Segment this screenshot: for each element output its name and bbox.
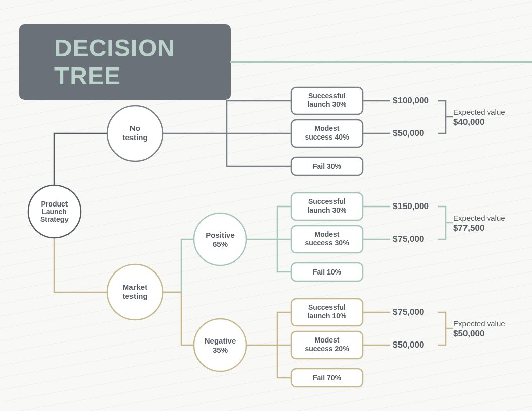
market-label-0: Market bbox=[123, 283, 147, 291]
neg-fl: Fail 70% bbox=[313, 374, 342, 382]
neg-ms-val: $50,000 bbox=[393, 340, 424, 350]
pos-ms-l1: success 30% bbox=[305, 239, 349, 247]
conn-notest-sl bbox=[161, 101, 291, 133]
neg-sl-l1: launch 10% bbox=[307, 312, 347, 320]
bracket-notest-ev bbox=[438, 101, 453, 133]
neg-sl-val: $75,000 bbox=[393, 307, 424, 317]
pos-ev-val: $77,500 bbox=[453, 223, 484, 233]
notest-ms-val: $50,000 bbox=[393, 128, 424, 138]
notest-sl-l0: Successful bbox=[308, 92, 346, 100]
notest-sl-l1: launch 30% bbox=[307, 100, 347, 108]
pos-sl-l1: launch 30% bbox=[307, 206, 347, 214]
negative-label: Negative bbox=[205, 336, 236, 345]
root-label-1: Launch bbox=[42, 208, 67, 216]
pos-ms-val: $75,000 bbox=[393, 234, 424, 244]
positive-pct: 65% bbox=[213, 240, 228, 248]
pos-fl: Fail 10% bbox=[313, 268, 342, 276]
neg-ms-l0: Modest bbox=[315, 336, 340, 344]
notest-label-0: No bbox=[130, 124, 140, 132]
conn-neg-fl bbox=[277, 345, 291, 378]
neg-ev-val: $50,000 bbox=[453, 329, 484, 338]
root-label-2: Strategy bbox=[40, 215, 69, 223]
decision-tree-svg: Product Launch Strategy No testing Marke… bbox=[0, 0, 532, 411]
notest-sl-val: $100,000 bbox=[393, 96, 429, 105]
notest-label-1: testing bbox=[122, 133, 147, 142]
conn-neg-sl bbox=[247, 312, 291, 345]
node-positive bbox=[194, 213, 246, 265]
notest-ms-l1: success 40% bbox=[305, 133, 349, 141]
root-label-0: Product bbox=[41, 200, 68, 208]
pos-sl-l0: Successful bbox=[308, 197, 346, 206]
notest-ms-l0: Modest bbox=[315, 124, 340, 132]
neg-sl-l0: Successful bbox=[308, 303, 346, 311]
conn-pos-sl bbox=[247, 207, 291, 239]
neg-ms-l1: success 20% bbox=[305, 345, 349, 353]
notest-fl: Fail 30% bbox=[313, 162, 342, 170]
pos-ms-l0: Modest bbox=[315, 230, 340, 238]
bracket-neg-ev bbox=[438, 312, 453, 345]
pos-sl-val: $150,000 bbox=[393, 201, 429, 211]
market-label-1: testing bbox=[122, 292, 147, 300]
neg-ev-lbl: Expected value bbox=[453, 319, 505, 328]
node-negative bbox=[194, 319, 246, 371]
positive-label: Positive bbox=[206, 231, 235, 239]
notest-ev-val: $40,000 bbox=[453, 117, 484, 127]
conn-market-pos bbox=[161, 239, 194, 292]
conn-pos-fl bbox=[277, 239, 291, 272]
conn-notest-fl bbox=[227, 133, 291, 166]
bracket-pos-ev bbox=[438, 207, 453, 239]
negative-pct: 35% bbox=[213, 346, 228, 354]
conn-market-neg bbox=[161, 292, 194, 345]
pos-ev-lbl: Expected value bbox=[453, 214, 505, 222]
notest-ev-lbl: Expected value bbox=[453, 108, 505, 116]
